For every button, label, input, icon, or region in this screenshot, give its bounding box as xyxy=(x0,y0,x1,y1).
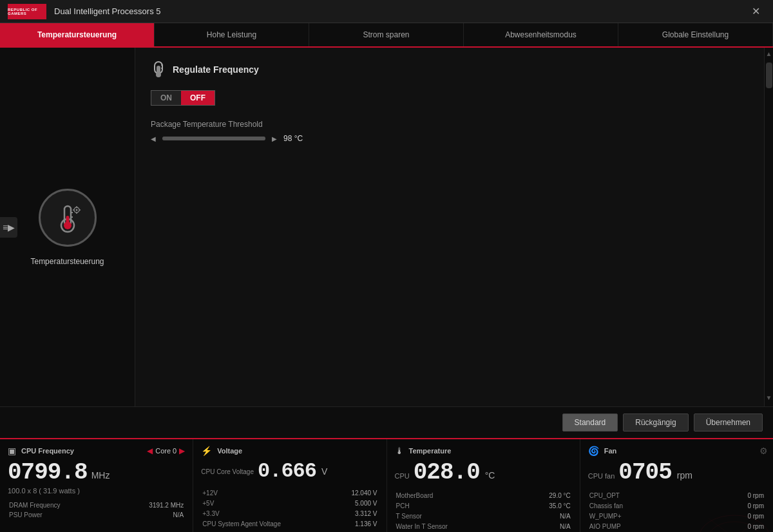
cpu-temp-unit: °C xyxy=(485,470,495,480)
pch-temp-label: PCH xyxy=(396,501,519,510)
cpu-opt-label: CPU_OPT xyxy=(589,491,706,500)
v33-value: 3.312 V xyxy=(334,509,377,518)
svg-point-14 xyxy=(156,72,161,77)
fan-background-graphic xyxy=(696,512,773,532)
voltage-info-table: +12V 12.040 V +5V 5.000 V +3.3V 3.312 V … xyxy=(201,487,378,529)
toggle-on-button[interactable]: ON xyxy=(151,90,181,106)
section-title: Regulate Frequency xyxy=(173,64,259,75)
slider-row: ◀ ▶ 98 °C xyxy=(151,134,758,143)
footer-buttons: Standard Rückgängig Übernehmen xyxy=(0,406,773,438)
fan-main-row: CPU fan 0705 rpm xyxy=(588,461,765,484)
tab-hohe-leistung[interactable]: Hohe Leistung xyxy=(155,23,309,46)
cpu-value-row: 0799.8 MHz xyxy=(8,461,185,484)
voltage-panel-title: Voltage xyxy=(217,447,242,455)
fan-panel-header: 🌀 Fan xyxy=(588,446,765,456)
slider-label: Package Temperature Threshold xyxy=(151,120,758,129)
pch-temp-value: 35.0 °C xyxy=(520,501,571,510)
water-temp-label: Water In T Sensor xyxy=(396,522,519,531)
standard-button[interactable]: Standard xyxy=(562,413,618,432)
cpu-fan-label: CPU fan xyxy=(588,472,615,480)
tab-temperatursteuerung[interactable]: Temperatursteuerung xyxy=(0,23,155,46)
sidebar-icon xyxy=(39,189,97,247)
svg-point-17 xyxy=(699,515,770,532)
svg-rect-3 xyxy=(66,216,69,227)
v5-label: +5V xyxy=(202,499,333,508)
chassis-fan-label: Chassis fan xyxy=(589,501,706,510)
core-nav: ◀ Core 0 ▶ xyxy=(147,446,185,455)
temp-panel-header: 🌡 Temperature xyxy=(395,446,572,456)
table-row: +12V 12.040 V xyxy=(202,488,377,497)
rog-text: REPUBLIC OF GAMERS xyxy=(8,8,46,15)
cpu-core-voltage-unit: V xyxy=(321,466,327,477)
cpu-core-voltage-label: CPU Core Voltage xyxy=(201,468,254,475)
slider-track[interactable] xyxy=(162,137,265,140)
bolt-icon: ⚡ xyxy=(201,446,212,456)
svg-line-20 xyxy=(709,518,760,532)
app-title: Dual Intelligent Processors 5 xyxy=(54,6,747,16)
close-button[interactable]: ✕ xyxy=(747,5,765,17)
scroll-down-arrow[interactable]: ▼ xyxy=(763,392,773,404)
temp-info-table: MotherBoard 29.0 °C PCH 35.0 °C T Sensor… xyxy=(395,489,572,532)
section-heading: Regulate Frequency xyxy=(151,61,758,79)
cpu-fan-value: 0705 xyxy=(618,461,671,484)
table-row: Chassis fan 0 rpm xyxy=(589,501,764,510)
sys-agent-label: CPU System Agent Voltage xyxy=(202,519,333,528)
table-row: CPU System Agent Voltage 1.136 V xyxy=(202,519,377,528)
back-button[interactable]: Rückgängig xyxy=(623,413,688,432)
thermometer-icon xyxy=(50,200,86,236)
content-area: Regulate Frequency ON OFF Package Temper… xyxy=(135,48,773,406)
table-row: PCH 35.0 °C xyxy=(396,501,571,510)
table-row: +5V 5.000 V xyxy=(202,499,377,508)
core-prev-button[interactable]: ◀ xyxy=(147,446,153,455)
cpu-opt-value: 0 rpm xyxy=(707,491,764,500)
tsensor-value: N/A xyxy=(520,511,571,520)
water-temp-value: N/A xyxy=(520,522,571,531)
sidebar-label: Temperatursteuerung xyxy=(30,257,104,266)
mb-temp-value: 29.0 °C xyxy=(520,491,571,500)
v12-value: 12.040 V xyxy=(334,488,377,497)
voltage-panel: ⚡ Voltage CPU Core Voltage 0.666 V +12V … xyxy=(193,439,386,532)
slider-arrow-left[interactable]: ◀ xyxy=(151,135,156,142)
temperature-panel: 🌡 Temperature CPU 028.0 °C MotherBoard 2… xyxy=(387,439,580,532)
title-bar: REPUBLIC OF GAMERS Dual Intelligent Proc… xyxy=(0,0,773,23)
tab-globale-einstellung[interactable]: Globale Einstellung xyxy=(618,23,773,46)
slider-fill xyxy=(162,137,265,140)
cpu-core-voltage-value: 0.666 xyxy=(258,461,316,482)
scroll-up-arrow[interactable]: ▲ xyxy=(763,48,773,60)
tab-strom-sparen[interactable]: Strom sparen xyxy=(309,23,464,46)
gear-icon[interactable]: ⚙ xyxy=(759,446,768,456)
slider-arrow-right[interactable]: ▶ xyxy=(272,135,277,142)
sys-agent-value: 1.136 V xyxy=(334,519,377,528)
svg-line-19 xyxy=(709,518,760,532)
tab-abwesenheitsmodus[interactable]: Abwesenheitsmodus xyxy=(464,23,618,46)
bottom-bar: ▣ CPU Frequency ◀ Core 0 ▶ 0799.8 MHz 10… xyxy=(0,438,773,532)
scroll-thumb[interactable] xyxy=(766,62,772,88)
cpu-frequency-panel: ▣ CPU Frequency ◀ Core 0 ▶ 0799.8 MHz 10… xyxy=(0,439,193,532)
psu-label: PSU Power xyxy=(9,511,112,519)
cpu-temp-label: CPU xyxy=(395,472,410,480)
regulate-icon xyxy=(151,61,166,79)
scrollbar[interactable]: ▲ ▼ xyxy=(764,48,773,406)
cpu-sub-value: 100.0 x 8 ( 31.9 watts ) xyxy=(8,487,185,495)
cpu-frequency-unit: MHz xyxy=(91,470,110,480)
v33-label: +3.3V xyxy=(202,509,333,518)
toggle-off-button[interactable]: OFF xyxy=(181,90,215,106)
temp-main-row: CPU 028.0 °C xyxy=(395,461,572,484)
sidebar-toggle[interactable]: ≡▶ xyxy=(0,217,17,238)
voltage-panel-header: ⚡ Voltage xyxy=(201,446,378,456)
dram-label: DRAM Frequency xyxy=(9,501,112,509)
svg-point-18 xyxy=(709,522,760,532)
cpu-fan-unit: rpm xyxy=(677,470,692,480)
apply-button[interactable]: Übernehmen xyxy=(694,413,763,432)
chassis-fan-value: 0 rpm xyxy=(707,501,764,510)
sidebar: ≡▶ Temperatursteuerung xyxy=(0,48,135,406)
cpu-panel-header: ▣ CPU Frequency ◀ Core 0 ▶ xyxy=(8,446,185,456)
core-next-button[interactable]: ▶ xyxy=(179,446,185,455)
cpu-temp-value: 028.0 xyxy=(414,461,480,484)
cpu-icon: ▣ xyxy=(8,446,16,456)
table-row: T Sensor N/A xyxy=(396,511,571,520)
tsensor-label: T Sensor xyxy=(396,511,519,520)
table-row: PSU Power N/A xyxy=(9,511,184,519)
psu-value: N/A xyxy=(113,511,184,519)
temp-panel-title: Temperature xyxy=(409,447,452,455)
